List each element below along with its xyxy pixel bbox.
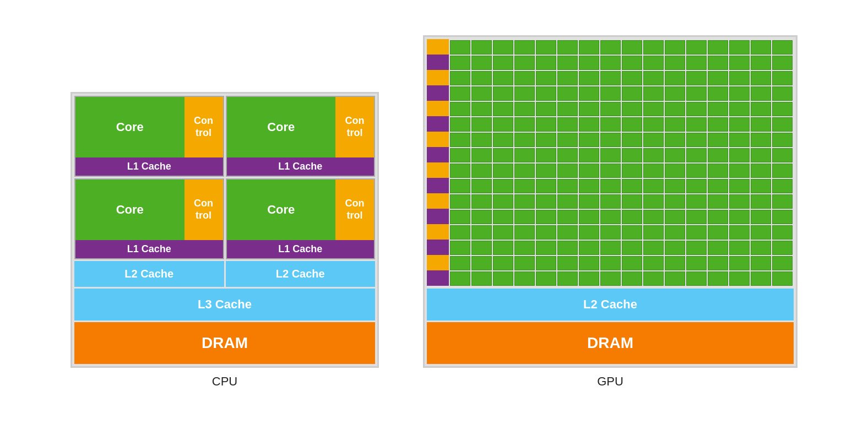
gpu-core-cell-55	[600, 86, 621, 101]
gpu-core-cell-153	[643, 179, 664, 193]
gpu-core-cell-138	[665, 164, 685, 178]
gpu-core-cell-71	[600, 102, 621, 116]
gpu-core-cell-88	[622, 117, 642, 132]
gpu-stripe-8	[427, 162, 449, 178]
gpu-core-cell-31	[772, 56, 793, 70]
gpu-core-cell-227	[514, 256, 535, 270]
diagrams-container: Core Control L1 Cache Core Control L1 Ca…	[59, 24, 809, 400]
gpu-core-cell-140	[708, 164, 728, 178]
gpu-core-cell-66	[493, 102, 513, 116]
gpu-core-cell-190	[751, 210, 771, 224]
gpu-core-cell-208	[450, 241, 470, 255]
gpu-core-cell-62	[751, 86, 771, 101]
cpu-core-inner-2: Core Control	[75, 180, 223, 240]
gpu-stripe-13	[427, 240, 449, 255]
gpu-core-cell-53	[557, 86, 578, 101]
gpu-core-cell-48	[450, 86, 470, 101]
gpu-core-cell-230	[579, 256, 599, 270]
gpu-stripe-3	[427, 85, 449, 101]
gpu-core-cell-141	[729, 164, 750, 178]
gpu-stripe-7	[427, 147, 449, 162]
gpu-core-cell-225	[471, 256, 492, 270]
gpu-core-cell-254	[751, 271, 771, 286]
gpu-core-cell-42	[665, 71, 685, 85]
gpu-core-cell-181	[557, 210, 578, 224]
gpu-core-cell-231	[600, 256, 621, 270]
gpu-core-cell-187	[686, 210, 707, 224]
gpu-core-cell-236	[708, 256, 728, 270]
gpu-core-cell-224	[450, 256, 470, 270]
gpu-core-cell-155	[686, 179, 707, 193]
gpu-core-cell-174	[751, 194, 771, 209]
gpu-l2-cache: L2 Cache	[427, 289, 794, 320]
gpu-stripe-4	[427, 101, 449, 116]
gpu-core-cell-228	[536, 256, 556, 270]
gpu-core-cell-1	[471, 40, 492, 55]
gpu-core-cell-75	[686, 102, 707, 116]
gpu-core-cell-90	[665, 117, 685, 132]
gpu-core-cell-30	[751, 56, 771, 70]
gpu-core-cell-150	[579, 179, 599, 193]
gpu-core-cell-126	[751, 148, 771, 162]
gpu-core-cell-186	[665, 210, 685, 224]
cpu-core-label-2: Core	[75, 180, 185, 240]
gpu-stripe-1	[427, 55, 449, 70]
gpu-core-cell-101	[557, 133, 578, 147]
gpu-core-cell-247	[600, 271, 621, 286]
gpu-core-cell-152	[622, 179, 642, 193]
gpu-stripe-14	[427, 255, 449, 270]
gpu-core-cell-39	[600, 71, 621, 85]
gpu-core-cell-59	[686, 86, 707, 101]
gpu-core-cell-2	[493, 40, 513, 55]
gpu-core-cell-191	[772, 210, 793, 224]
gpu-core-cell-115	[514, 148, 535, 162]
gpu-core-cell-216	[622, 241, 642, 255]
gpu-core-cell-68	[536, 102, 556, 116]
gpu-core-cell-177	[471, 210, 492, 224]
gpu-core-cell-114	[493, 148, 513, 162]
gpu-core-cell-164	[536, 194, 556, 209]
gpu-core-cell-34	[493, 71, 513, 85]
gpu-core-cell-250	[665, 271, 685, 286]
gpu-core-cell-45	[729, 71, 750, 85]
gpu-core-cell-232	[622, 256, 642, 270]
gpu-core-cell-0	[450, 40, 470, 55]
gpu-core-cell-151	[600, 179, 621, 193]
gpu-core-cell-82	[493, 117, 513, 132]
cpu-core-block-1: Core Control L1 Cache	[226, 96, 376, 177]
gpu-core-cell-242	[493, 271, 513, 286]
gpu-core-cell-110	[751, 133, 771, 147]
gpu-label: GPU	[597, 374, 623, 389]
gpu-core-cell-123	[686, 148, 707, 162]
gpu-core-cell-23	[600, 56, 621, 70]
gpu-core-cell-160	[450, 194, 470, 209]
gpu-core-cell-13	[729, 40, 750, 55]
gpu-core-cell-235	[686, 256, 707, 270]
gpu-core-cell-46	[751, 71, 771, 85]
gpu-core-cell-65	[471, 102, 492, 116]
gpu-core-cell-56	[622, 86, 642, 101]
gpu-chip: L2 Cache DRAM	[423, 35, 798, 368]
gpu-core-cell-168	[622, 194, 642, 209]
gpu-core-cell-35	[514, 71, 535, 85]
cpu-dram: DRAM	[74, 322, 375, 364]
gpu-core-cell-195	[514, 225, 535, 240]
gpu-core-cell-154	[665, 179, 685, 193]
gpu-core-cell-22	[579, 56, 599, 70]
gpu-core-cell-109	[729, 133, 750, 147]
gpu-core-cell-192	[450, 225, 470, 240]
gpu-core-cell-74	[665, 102, 685, 116]
gpu-core-cell-130	[493, 164, 513, 178]
gpu-core-cell-112	[450, 148, 470, 162]
gpu-core-cell-212	[536, 241, 556, 255]
gpu-core-cell-60	[708, 86, 728, 101]
gpu-core-cell-133	[557, 164, 578, 178]
gpu-core-cell-166	[579, 194, 599, 209]
gpu-core-cell-194	[493, 225, 513, 240]
gpu-core-cell-14	[751, 40, 771, 55]
gpu-core-cell-240	[450, 271, 470, 286]
cpu-l2-cache-left: L2 Cache	[74, 261, 224, 287]
cpu-l1-cache-2: L1 Cache	[75, 240, 223, 258]
gpu-core-cell-51	[514, 86, 535, 101]
gpu-core-cell-180	[536, 210, 556, 224]
